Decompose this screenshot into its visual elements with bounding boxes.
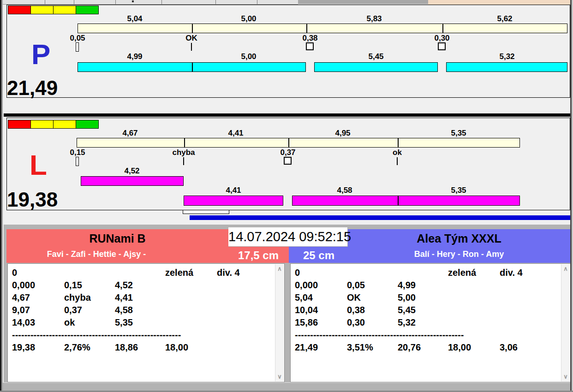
gate-label: 0,30 xyxy=(410,34,474,43)
team-right-members: Balí - Hery - Ron - Amy xyxy=(348,249,570,259)
scroll-down-icon[interactable]: ∨ xyxy=(275,374,284,380)
bar-divider xyxy=(192,62,193,72)
bar-divider xyxy=(398,138,399,148)
scroll-up-icon[interactable]: ∧ xyxy=(561,266,570,272)
log-row: 9,070,374,58 xyxy=(12,304,274,316)
split-time-label: 4,95 xyxy=(310,129,375,138)
lane-total-p: 21,49 xyxy=(7,77,58,99)
planned-splits-bar xyxy=(78,24,567,33)
gate-label: 0,15 xyxy=(45,148,110,157)
bar-divider xyxy=(442,24,443,33)
fault-checkbox[interactable] xyxy=(306,42,314,50)
result-log-left[interactable]: 0zelenádiv. 4 0,0000,154,52 4,67chyba4,4… xyxy=(7,263,285,382)
run-marker-box xyxy=(183,210,229,214)
gate-tick xyxy=(191,43,192,51)
lane-divider-bar xyxy=(4,113,571,117)
gate-label: chyba xyxy=(151,148,216,157)
status-light-green xyxy=(76,120,99,129)
scroll-down-icon[interactable]: ∨ xyxy=(561,374,570,380)
gate-label: 0,05 xyxy=(45,34,110,43)
status-light-yellow xyxy=(53,6,76,14)
team-left-name: RUNami B xyxy=(6,232,228,245)
log-separator: ----------------------------------------… xyxy=(295,329,560,341)
split-time-label: 5,45 xyxy=(344,52,408,61)
split-time-label: 5,35 xyxy=(426,129,491,138)
progress-bar xyxy=(190,215,571,220)
gate-label: ok xyxy=(365,148,430,157)
toolbar-divider xyxy=(45,0,45,4)
log-separator: ----------------------------------------… xyxy=(12,329,274,341)
planned-splits-bar xyxy=(77,138,520,148)
log-row: 0zelenádiv. 4 xyxy=(295,267,560,279)
log-row: 5,04OK5,00 xyxy=(295,291,560,304)
log-row: 4,67chyba4,41 xyxy=(12,291,274,304)
toolbar-divider xyxy=(74,0,74,4)
result-log-right[interactable]: 0zelenádiv. 4 0,0000,054,99 5,04OK5,00 1… xyxy=(290,263,571,382)
split-time-label: 4,41 xyxy=(201,186,266,195)
split-time-label: 5,04 xyxy=(102,14,167,24)
start-marker-box xyxy=(76,42,79,52)
scrollbar[interactable]: ∧ ∨ xyxy=(275,264,284,381)
team-left-jump-height: 17,5 cm xyxy=(228,249,288,262)
split-time-label: 5,62 xyxy=(472,14,537,24)
split-time-label: 5,00 xyxy=(216,14,281,24)
status-light-yellow xyxy=(30,6,54,14)
split-time-label: 5,35 xyxy=(426,186,491,195)
scrollbar[interactable]: ∧ ∨ xyxy=(561,264,570,381)
gate-tick xyxy=(183,157,184,165)
bar-divider xyxy=(306,24,307,33)
toolbar-divider xyxy=(115,0,116,4)
split-time-label: 4,41 xyxy=(203,129,268,138)
lane-letter-p: P xyxy=(31,41,50,68)
fault-checkbox[interactable] xyxy=(438,42,446,50)
result-log-left-text: 0zelenádiv. 4 0,0000,154,52 4,67chyba4,4… xyxy=(12,267,274,354)
status-light-red xyxy=(8,6,31,14)
gate-label: 0,38 xyxy=(278,34,342,43)
split-time-label: 5,83 xyxy=(342,14,406,24)
gate-label: OK xyxy=(159,34,224,43)
log-row: 15,860,305,32 xyxy=(295,316,560,329)
actual-splits-bar xyxy=(314,62,438,72)
app-window: 5,04 5,00 5,83 5,62 0,05 OK 0,38 0,30 4,… xyxy=(0,0,573,392)
bar-divider xyxy=(398,196,399,206)
timestamp: 14.07.2024 09:52:15 xyxy=(228,227,348,247)
toolbar-divider xyxy=(257,0,257,4)
actual-splits-bar xyxy=(446,62,567,72)
gate-tick xyxy=(397,157,398,165)
toolbar-strip-gray xyxy=(298,0,428,4)
log-row: 0,0000,054,99 xyxy=(295,279,560,291)
log-row: 10,040,385,45 xyxy=(295,304,560,316)
log-row: 14,03ok5,35 xyxy=(12,316,274,329)
toolbar-divider xyxy=(215,0,216,4)
status-light-red xyxy=(8,120,31,129)
gate-label: 0,37 xyxy=(256,148,320,157)
start-marker-box xyxy=(76,157,79,166)
bar-divider xyxy=(288,138,289,148)
team-right-jump-height: 25 cm xyxy=(289,249,349,262)
log-row: 0zelenádiv. 4 xyxy=(12,267,274,279)
lane-total-l: 19,38 xyxy=(7,189,58,210)
split-time-label: 4,52 xyxy=(100,166,164,176)
actual-splits-bar xyxy=(78,62,306,72)
split-time-label: 4,58 xyxy=(312,186,377,195)
bar-divider xyxy=(192,24,193,33)
status-light-green xyxy=(76,6,99,14)
status-light-yellow xyxy=(53,120,76,129)
window-border-left-inner xyxy=(1,0,3,392)
lane-letter-l: L xyxy=(30,151,47,179)
log-totals-row: 19,382,76%18,8618,00 xyxy=(12,341,274,354)
split-time-label: 4,67 xyxy=(98,129,162,138)
team-right-name: Alea Tým XXXL xyxy=(348,232,570,245)
toolbar-divider xyxy=(161,0,162,4)
scroll-up-icon[interactable]: ∧ xyxy=(275,266,284,272)
team-left-members: Favi - Zafi - Hettie - Ajsy - xyxy=(6,249,186,259)
fault-checkbox[interactable] xyxy=(284,157,292,165)
toolbar-strip xyxy=(3,0,298,5)
actual-splits-bar xyxy=(292,196,520,206)
split-time-label: 4,99 xyxy=(102,52,167,61)
actual-splits-bar xyxy=(184,196,283,206)
split-time-label: 5,00 xyxy=(216,52,281,61)
status-light-yellow xyxy=(30,120,54,129)
log-totals-row: 21,493,51%20,7618,003,06 xyxy=(295,341,560,354)
actual-splits-bar xyxy=(81,176,184,186)
